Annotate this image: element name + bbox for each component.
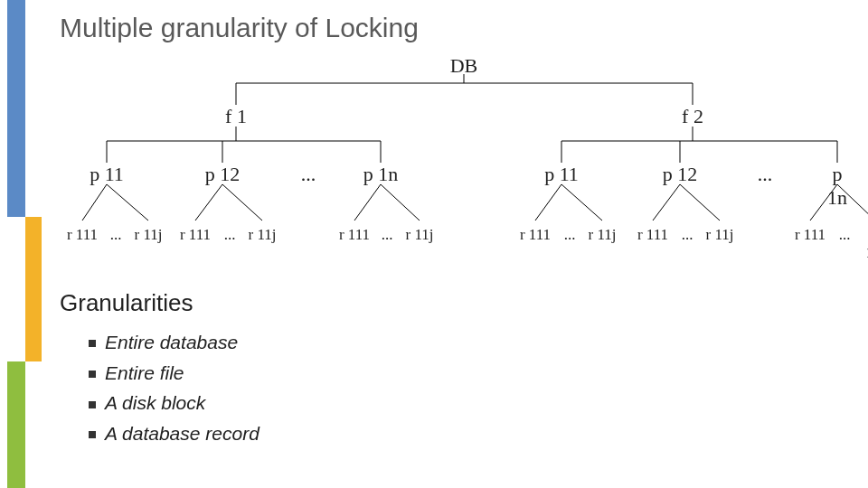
tree-node: ... bbox=[564, 226, 576, 244]
tree-node: r 11j bbox=[705, 226, 733, 244]
bullet-item: Entire database bbox=[89, 327, 259, 358]
svg-line-20 bbox=[535, 184, 561, 221]
tree-node: r 111 bbox=[67, 226, 98, 244]
section-heading: Granularities bbox=[60, 289, 193, 317]
tree-node: r 111 bbox=[339, 226, 370, 244]
tree-node: ... bbox=[682, 226, 693, 244]
svg-line-17 bbox=[222, 184, 262, 221]
tree-node: ... bbox=[839, 226, 851, 244]
svg-line-14 bbox=[82, 184, 107, 221]
tree-node: r 111 bbox=[637, 226, 668, 244]
svg-line-19 bbox=[381, 184, 420, 221]
svg-line-16 bbox=[195, 184, 222, 221]
accent-yellow bbox=[25, 217, 42, 361]
slide-content: Multiple granularity of Locking DBf 1f 2… bbox=[60, 0, 868, 488]
slide-title: Multiple granularity of Locking bbox=[60, 13, 419, 43]
tree-node: p 1n bbox=[822, 163, 853, 210]
svg-line-21 bbox=[561, 184, 602, 221]
tree-node: f 2 bbox=[682, 105, 703, 128]
hierarchy-diagram: DBf 1f 2p 11p 12...p 1np 11p 12...p 1nr … bbox=[60, 54, 868, 253]
svg-line-18 bbox=[354, 184, 381, 221]
tree-connectors bbox=[60, 54, 868, 253]
tree-node: r 11j bbox=[248, 226, 276, 244]
tree-node: ... bbox=[110, 226, 122, 244]
tree-node: p 12 bbox=[205, 163, 241, 186]
accent-blue bbox=[7, 0, 25, 217]
tree-node: p 11 bbox=[90, 163, 124, 186]
svg-line-22 bbox=[653, 184, 680, 221]
svg-line-23 bbox=[680, 184, 720, 221]
accent-green bbox=[7, 361, 25, 488]
bullet-item: A database record bbox=[89, 418, 259, 449]
tree-node: p 1n bbox=[363, 163, 399, 186]
tree-node: r 111 bbox=[795, 226, 826, 244]
accent-sidebar bbox=[0, 0, 51, 488]
tree-node: ... bbox=[224, 226, 236, 244]
tree-node: r 111 bbox=[180, 226, 211, 244]
svg-line-15 bbox=[107, 184, 148, 221]
tree-node: r 11j bbox=[588, 226, 616, 244]
tree-node: p 11 bbox=[544, 163, 579, 186]
tree-node: r 11j bbox=[405, 226, 433, 244]
tree-node: ... bbox=[301, 163, 316, 186]
bullet-list: Entire databaseEntire fileA disk blockA … bbox=[89, 327, 259, 448]
tree-node: r 111 bbox=[520, 226, 551, 244]
tree-node: p 12 bbox=[663, 163, 698, 186]
tree-node: r 11j bbox=[134, 226, 162, 244]
tree-node: f 1 bbox=[225, 105, 247, 128]
bullet-item: A disk block bbox=[89, 388, 259, 418]
tree-node: ... bbox=[758, 163, 773, 186]
bullet-item: Entire file bbox=[89, 358, 259, 389]
tree-node: ... bbox=[382, 226, 393, 244]
tree-node: DB bbox=[450, 54, 478, 78]
